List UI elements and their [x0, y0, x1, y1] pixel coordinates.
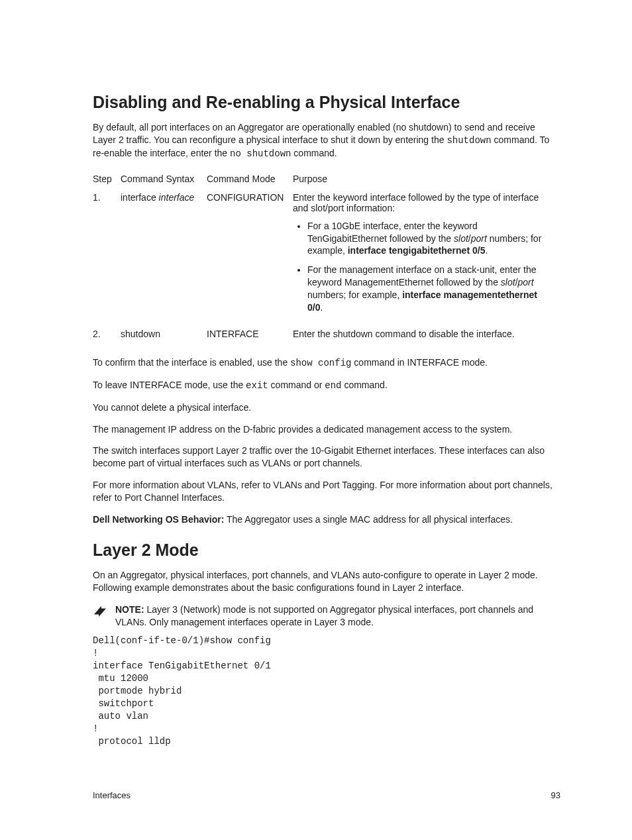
bullet-10gbe: For a 10GbE interface, enter the keyword…: [307, 220, 554, 258]
leave-mid: command or: [268, 380, 325, 390]
p-switch: The switch interfaces support Layer 2 tr…: [93, 445, 560, 470]
b2-mid: numbers; for example,: [307, 289, 402, 300]
behavior-bold: Dell Networking OS Behavior:: [93, 514, 224, 525]
b2-port: port: [518, 277, 534, 288]
heading-layer2: Layer 2 Mode: [93, 541, 560, 560]
note-icon: [93, 605, 107, 617]
th-mode: Command Mode: [207, 170, 293, 188]
syntax-italic: interface: [159, 192, 195, 203]
intro-post: command.: [291, 148, 337, 158]
b1-port: port: [471, 233, 487, 244]
cell-syntax: shutdown: [121, 325, 207, 343]
syntax-pre: interface: [121, 192, 159, 203]
b1-pre: For a 10GbE interface, enter the keyword…: [307, 221, 478, 244]
bullet-mgmt: For the management interface on a stack-…: [307, 264, 554, 314]
table-header-row: Step Command Syntax Command Mode Purpose: [93, 170, 560, 188]
p-nodelete: You cannot delete a physical interface.: [93, 401, 560, 414]
table-row: 1. interface interface CONFIGURATION Ent…: [93, 188, 560, 325]
b1-slot: slot: [454, 233, 468, 244]
note-block: NOTE: Layer 3 (Network) mode is not supp…: [93, 604, 560, 629]
th-step: Step: [93, 170, 121, 188]
confirm-pre: To confirm that the interface is enabled…: [93, 357, 290, 368]
note-text: NOTE: Layer 3 (Network) mode is not supp…: [115, 604, 560, 629]
intro-paragraph: By default, all port interfaces on an Ag…: [93, 121, 560, 160]
p-mgmt: The management IP address on the D-fabri…: [93, 423, 560, 436]
code-exit: exit: [246, 380, 268, 391]
page: Disabling and Re-enabling a Physical Int…: [0, 0, 632, 840]
cell-mode: INTERFACE: [207, 325, 293, 343]
cell-purpose: Enter the keyword interface followed by …: [293, 188, 560, 325]
cell-purpose: Enter the shutdown command to disable th…: [293, 325, 560, 343]
behavior-text: The Aggregator uses a single MAC address…: [224, 514, 513, 525]
purpose-intro: Enter the keyword interface followed by …: [293, 192, 554, 213]
cell-mode: CONFIGURATION: [207, 188, 293, 325]
page-footer: Interfaces 93: [93, 790, 560, 800]
cell-step: 1.: [93, 188, 121, 325]
leave-post: command.: [342, 380, 388, 390]
note-label: NOTE:: [115, 604, 144, 615]
table-row: 2. shutdown INTERFACE Enter the shutdown…: [93, 325, 560, 343]
footer-right: 93: [551, 790, 560, 800]
code-block: Dell(conf-if-te-0/1)#show config ! inter…: [93, 635, 560, 747]
th-syntax: Command Syntax: [121, 170, 207, 188]
layer2-intro: On an Aggregator, physical interfaces, p…: [93, 569, 560, 594]
confirm-post: command in INTERFACE mode.: [351, 357, 487, 368]
purpose-bullets: For a 10GbE interface, enter the keyword…: [293, 220, 554, 314]
p-behavior: Dell Networking OS Behavior: The Aggrega…: [93, 513, 560, 526]
b1-end: .: [485, 245, 488, 256]
p-leave: To leave INTERFACE mode, use the exit co…: [93, 379, 560, 392]
cell-syntax: interface interface: [121, 188, 207, 325]
th-purpose: Purpose: [293, 170, 560, 188]
footer-left: Interfaces: [93, 790, 131, 800]
command-table: Step Command Syntax Command Mode Purpose…: [93, 170, 560, 343]
code-end: end: [325, 380, 341, 391]
code-shutdown: shutdown: [447, 135, 491, 146]
b2-end: .: [320, 302, 323, 313]
leave-pre: To leave INTERFACE mode, use the: [93, 380, 246, 390]
p-moreinfo: For more information about VLANs, refer …: [93, 479, 560, 504]
heading-disabling: Disabling and Re-enabling a Physical Int…: [93, 93, 560, 112]
svg-marker-1: [94, 606, 106, 617]
code-show-config: show config: [290, 358, 351, 368]
code-no-shutdown: no shutdown: [230, 148, 291, 159]
p-confirm: To confirm that the interface is enabled…: [93, 356, 560, 370]
note-body: Layer 3 (Network) mode is not supported …: [115, 604, 533, 627]
cell-step: 2.: [93, 325, 121, 343]
b2-slot: slot: [501, 277, 515, 288]
b1-bold: interface tengigabitethernet 0/5: [348, 245, 486, 256]
